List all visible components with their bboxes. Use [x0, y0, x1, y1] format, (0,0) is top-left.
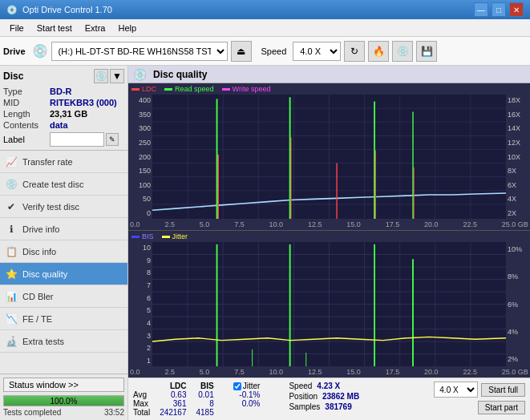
disc-quality-icon: ⭐ [5, 268, 18, 281]
stats-table: LDC BIS Jitter [133, 382, 269, 417]
status-window-button[interactable]: Status window >> [3, 378, 124, 392]
write-speed-dot [222, 88, 230, 91]
main-area: Disc 💿 ▼ Type BD-R MID RITEKBR3 (000) Le… [0, 66, 530, 420]
type-value: BD-R [50, 87, 72, 96]
samples-value: 381769 [325, 402, 351, 411]
sidebar-item-disc-quality[interactable]: ⭐ Disc quality [0, 263, 127, 285]
app-icon: 💿 [6, 5, 18, 15]
app-title: Opti Drive Control 1.70 [22, 5, 112, 14]
max-label: Max [133, 399, 160, 408]
length-label: Length [3, 109, 50, 119]
refresh-button[interactable]: ↻ [344, 41, 365, 62]
disc-label-input[interactable] [50, 132, 104, 147]
menu-extra[interactable]: Extra [79, 22, 112, 34]
sidebar-item-drive-info[interactable]: ℹ Drive info [0, 218, 127, 240]
top-legend: LDC Read speed Write speed [128, 83, 530, 95]
fe-te-icon: 📉 [5, 313, 18, 325]
toolbar: Drive 💿 (H:) HL-DT-ST BD-RE WH16NS58 TST… [0, 37, 530, 66]
bis-dot [131, 236, 140, 238]
total-ldc: 242167 [160, 408, 196, 417]
menu-file[interactable]: File [3, 22, 30, 34]
jitter-legend-label: Jitter [172, 232, 188, 240]
avg-row: Avg 0.63 0.01 -0.1% [133, 390, 269, 399]
avg-ldc: 0.63 [160, 390, 196, 399]
minimize-button[interactable]: — [474, 2, 488, 17]
drive-info-icon: ℹ [5, 223, 18, 236]
mid-label: MID [3, 98, 50, 107]
drive-select[interactable]: (H:) HL-DT-ST BD-RE WH16NS58 TST4 [51, 42, 228, 61]
sidebar-item-verify-test-disc[interactable]: ✔ Verify test disc [0, 196, 127, 218]
avg-bis: 0.01 [196, 390, 224, 399]
write-speed-legend-label: Write speed [233, 85, 271, 93]
sidebar-item-create-test-disc[interactable]: 💿 Create test disc [0, 173, 127, 196]
position-info: Speed 4.23 X Position 23862 MB Samples 3… [289, 382, 359, 411]
read-speed-legend-label: Read speed [175, 85, 214, 93]
transfer-rate-label: Transfer rate [22, 157, 73, 167]
transfer-rate-icon: 📈 [5, 155, 18, 168]
bottom-legend: BIS Jitter [128, 231, 530, 242]
ldc-dot [131, 88, 140, 91]
content-area: 💿 Disc quality LDC Read speed [128, 66, 530, 420]
max-jitter: 0.0% [233, 399, 270, 408]
speed-control-row: 4.0 X Start full [434, 382, 525, 398]
eject-button[interactable]: ⏏ [231, 41, 252, 62]
samples-label: Samples [289, 402, 320, 411]
stats-speed-select[interactable]: 4.0 X [434, 382, 478, 398]
mid-value: RITEKBR3 (000) [50, 98, 117, 107]
sidebar-item-fe-te[interactable]: 📉 FE / TE [0, 308, 127, 330]
disc-button[interactable]: 💿 [392, 41, 413, 62]
bis-col-header: BIS [196, 382, 224, 390]
chart-header-icon: 💿 [133, 68, 147, 81]
disc-panel-btn1[interactable]: 💿 [94, 69, 108, 83]
extra-tests-label: Extra tests [22, 337, 64, 346]
maximize-button[interactable]: □ [492, 2, 506, 17]
cd-bler-label: CD Bler [22, 292, 54, 301]
sidebar: Disc 💿 ▼ Type BD-R MID RITEKBR3 (000) Le… [0, 66, 128, 420]
progress-text: 100.0% [4, 396, 123, 407]
bottom-y-right: 10% 8% 6% 4% 2% [506, 242, 530, 366]
chart-header: 💿 Disc quality [128, 66, 530, 83]
sidebar-item-disc-info[interactable]: 📋 Disc info [0, 240, 127, 263]
save-button[interactable]: 💾 [416, 41, 437, 62]
menu-help[interactable]: Help [111, 22, 143, 34]
contents-value: data [50, 120, 68, 130]
start-part-button[interactable]: Start part [478, 401, 525, 414]
burn-button[interactable]: 🔥 [368, 41, 389, 62]
speed-label: Speed [261, 46, 287, 56]
speed-info-value: 4.23 X [317, 382, 340, 390]
bottom-x-labels: 0.0 2.5 5.0 7.5 10.0 12.5 15.0 17.5 20.0… [128, 366, 530, 378]
start-full-button[interactable]: Start full [481, 383, 525, 397]
type-label: Type [3, 87, 50, 96]
jitter-checkbox[interactable] [233, 382, 241, 390]
bottom-chart-section: BIS Jitter 10 9 8 7 6 [128, 231, 530, 378]
jitter-dot [162, 236, 170, 238]
sidebar-item-extra-tests[interactable]: 🔬 Extra tests [0, 330, 127, 353]
jitter-label: Jitter [243, 382, 261, 390]
top-chart-svg-container [152, 95, 506, 219]
bottom-chart-body: 10 9 8 7 6 5 4 3 2 1 [128, 242, 530, 366]
position-value: 23862 MB [322, 392, 359, 401]
max-bis: 8 [196, 399, 224, 408]
disc-panel-btn2[interactable]: ▼ [110, 69, 124, 83]
max-row: Max 361 8 0.0% [133, 399, 269, 408]
disc-label-edit-button[interactable]: ✎ [106, 133, 119, 146]
status-time: 33:52 [104, 408, 124, 417]
cd-bler-icon: 📊 [5, 290, 18, 303]
disc-quality-label: Disc quality [22, 269, 67, 279]
sidebar-item-transfer-rate[interactable]: 📈 Transfer rate [0, 151, 127, 173]
disc-info-label: Disc info [22, 247, 56, 256]
status-bar: Status window >> 100.0% Tests completed … [0, 374, 127, 420]
speed-select[interactable]: 4.0 X [293, 42, 341, 61]
total-bis: 4185 [196, 408, 224, 417]
disc-panel: Disc 💿 ▼ Type BD-R MID RITEKBR3 (000) Le… [0, 66, 127, 151]
top-chart-svg [152, 95, 506, 219]
top-y-right: 18X 16X 14X 12X 10X 8X 6X 4X 2X [506, 95, 530, 219]
close-button[interactable]: ✕ [509, 2, 524, 17]
verify-test-disc-icon: ✔ [5, 200, 18, 213]
status-text: Tests completed [3, 408, 61, 417]
window-controls: — □ ✕ [474, 2, 524, 17]
progress-bar: 100.0% [3, 395, 124, 406]
menu-start-test[interactable]: Start test [30, 22, 79, 34]
total-label: Total [133, 408, 160, 417]
sidebar-item-cd-bler[interactable]: 📊 CD Bler [0, 285, 127, 308]
